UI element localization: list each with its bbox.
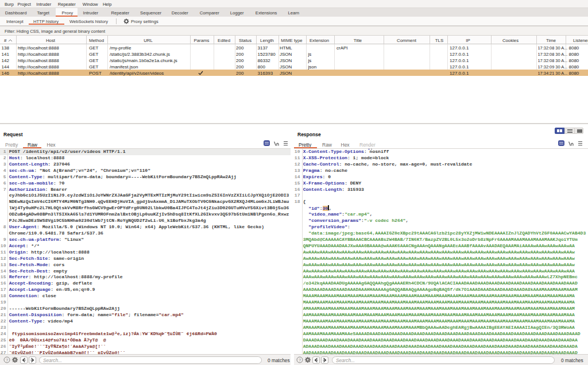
svg-text:?: ? — [299, 358, 301, 363]
svg-text:?: ? — [6, 358, 8, 363]
